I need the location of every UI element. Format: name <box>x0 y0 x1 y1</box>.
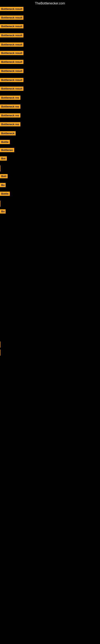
bottleneck-label-9: Bottleneck result <box>0 78 23 82</box>
bottleneck-label-15: Bottleneck <box>0 131 16 136</box>
bottleneck-label-16: Bottle <box>0 140 10 144</box>
bottleneck-label-7: Bottleneck result <box>0 60 23 64</box>
bottleneck-label-5: Bottleneck result <box>0 42 23 47</box>
bottleneck-label-14: Bottleneck res <box>0 122 20 126</box>
bottleneck-label-11: Bottleneck res <box>0 96 20 100</box>
bottleneck-line-26 <box>0 350 0 356</box>
bottleneck-label-12: Bottleneck res <box>0 104 20 109</box>
bottleneck-line-19 <box>0 166 0 172</box>
bottleneck-label-20: Bott <box>0 174 8 178</box>
bottleneck-line-25 <box>0 342 0 348</box>
bottleneck-label-24: Bo <box>0 209 6 214</box>
bottleneck-label-2: Bottleneck result <box>0 16 23 20</box>
bottleneck-label-6: Bottleneck result <box>0 51 23 55</box>
bottleneck-label-4: Bottleneck result <box>0 33 23 38</box>
bottleneck-label-3: Bottleneck result <box>0 24 23 28</box>
bottleneck-label-8: Bottleneck result <box>0 69 23 73</box>
bottleneck-label-18: Bot <box>0 156 7 160</box>
bottleneck-label-13: Bottleneck res <box>0 113 20 118</box>
bottleneck-label-17: Bottlenec <box>0 148 14 152</box>
bottleneck-line-23 <box>0 201 0 207</box>
bottleneck-label-10: Bottleneck result <box>0 86 23 91</box>
bottleneck-label-22: Bottle <box>0 192 10 196</box>
bottleneck-label-1: Bottleneck result <box>0 7 23 11</box>
bottleneck-label-21: Bo <box>0 183 6 187</box>
site-title: TheBottlenecker.com <box>0 0 100 7</box>
